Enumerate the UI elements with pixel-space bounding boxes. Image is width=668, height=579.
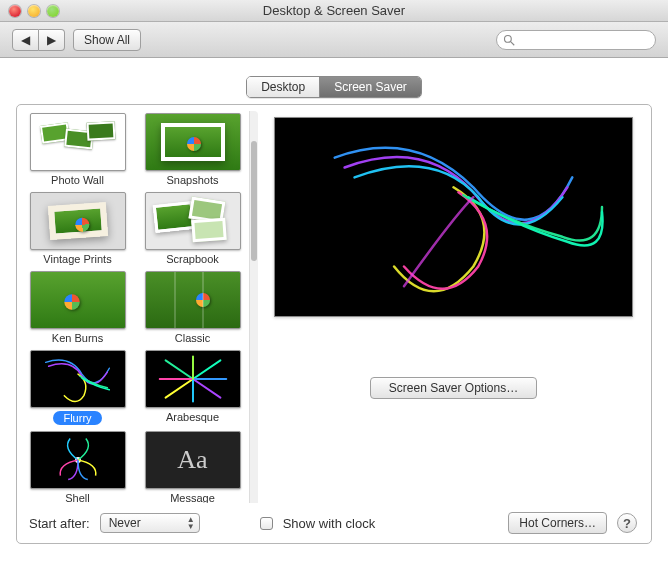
scrollbar-thumb[interactable] — [251, 141, 257, 261]
tab-label: Desktop — [261, 80, 305, 94]
screensaver-item-label: Photo Wall — [51, 174, 104, 186]
screensaver-item[interactable]: AaMessage — [140, 431, 245, 503]
show-with-clock-checkbox[interactable] — [260, 517, 273, 530]
window-title: Desktop & Screen Saver — [0, 3, 668, 18]
gallery-scrollbar[interactable] — [249, 111, 258, 503]
chevron-right-icon: ▶ — [47, 33, 56, 47]
show-all-button[interactable]: Show All — [73, 29, 141, 51]
screensaver-options-button[interactable]: Screen Saver Options… — [370, 377, 537, 399]
chevron-updown-icon: ▲▼ — [187, 516, 195, 530]
svg-line-5 — [193, 379, 220, 398]
bottom-controls: Start after: Never ▲▼ Show with clock Ho… — [23, 503, 643, 543]
hot-corners-button[interactable]: Hot Corners… — [508, 512, 607, 534]
screensaver-item-label: Scrapbook — [166, 253, 219, 265]
screensaver-item-label: Classic — [175, 332, 210, 344]
search-field[interactable] — [496, 30, 656, 50]
svg-line-6 — [165, 379, 192, 398]
back-button[interactable]: ◀ — [12, 29, 39, 51]
chevron-left-icon: ◀ — [21, 33, 30, 47]
screensaver-item[interactable]: Arabesque — [140, 350, 245, 425]
show-all-label: Show All — [84, 33, 130, 47]
start-after-select[interactable]: Never ▲▼ — [100, 513, 200, 533]
prefs-panel: Photo WallSnapshotsVintage PrintsScrapbo… — [16, 104, 652, 544]
screensaver-item-label: Vintage Prints — [43, 253, 111, 265]
svg-line-2 — [165, 360, 192, 379]
svg-point-0 — [505, 35, 512, 42]
screensaver-item-label: Snapshots — [167, 174, 219, 186]
search-input[interactable] — [519, 33, 668, 47]
screensaver-preview — [274, 117, 633, 317]
screensaver-item[interactable]: Photo Wall — [25, 113, 130, 186]
screensaver-item[interactable]: Scrapbook — [140, 192, 245, 265]
tab-label: Screen Saver — [334, 80, 407, 94]
toolbar: ◀ ▶ Show All — [0, 22, 668, 58]
forward-button[interactable]: ▶ — [39, 29, 65, 51]
screensaver-item-label: Flurry — [53, 411, 101, 425]
help-icon: ? — [623, 516, 631, 531]
screensaver-item-label: Arabesque — [166, 411, 219, 423]
screensaver-item-label: Message — [170, 492, 215, 503]
screensaver-item-label: Shell — [65, 492, 89, 503]
screensaver-item[interactable]: Ken Burns — [25, 271, 130, 344]
svg-line-3 — [193, 360, 220, 379]
button-label: Hot Corners… — [519, 516, 596, 530]
help-button[interactable]: ? — [617, 513, 637, 533]
tab-screen-saver[interactable]: Screen Saver — [320, 77, 421, 97]
button-label: Screen Saver Options… — [389, 381, 518, 395]
show-with-clock-label: Show with clock — [283, 516, 375, 531]
select-value: Never — [109, 516, 141, 530]
tab-desktop[interactable]: Desktop — [247, 77, 320, 97]
nav-segment: ◀ ▶ — [12, 29, 65, 51]
start-after-label: Start after: — [29, 516, 90, 531]
titlebar: Desktop & Screen Saver — [0, 0, 668, 22]
search-icon — [503, 34, 515, 46]
screensaver-item[interactable]: Classic — [140, 271, 245, 344]
screensaver-item-label: Ken Burns — [52, 332, 103, 344]
tab-bar: Desktop Screen Saver — [246, 76, 422, 98]
svg-line-1 — [511, 41, 514, 44]
screensaver-item[interactable]: Shell — [25, 431, 130, 503]
screensaver-gallery[interactable]: Photo WallSnapshotsVintage PrintsScrapbo… — [23, 111, 249, 503]
screensaver-item[interactable]: Snapshots — [140, 113, 245, 186]
screensaver-item[interactable]: Flurry — [25, 350, 130, 425]
screensaver-item[interactable]: Vintage Prints — [25, 192, 130, 265]
flurry-preview-icon — [275, 118, 632, 316]
